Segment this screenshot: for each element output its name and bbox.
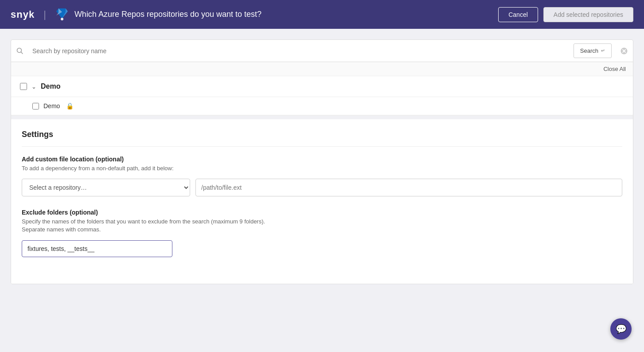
search-icon: [11, 47, 29, 55]
add-selected-button[interactable]: Add selected repositories: [543, 7, 633, 22]
lock-icon: 🔒: [66, 102, 74, 110]
repo-select[interactable]: Select a repository…: [22, 179, 190, 196]
main-content: Search ↵ Close All ⌄ Demo: [0, 29, 644, 352]
search-button[interactable]: Search ↵: [574, 43, 612, 58]
azure-repos-icon: [55, 8, 69, 22]
clear-search-button[interactable]: [615, 47, 633, 55]
group-name-demo: Demo: [41, 82, 60, 90]
repo-group-header: ⌄ Demo: [11, 76, 633, 97]
exclude-folders-setting: Exclude folders (optional) Specify the n…: [22, 209, 622, 257]
chat-icon: 💬: [616, 324, 627, 334]
settings-section: Settings Add custom file location (optio…: [11, 116, 633, 284]
svg-line-2: [21, 52, 23, 54]
search-button-label: Search: [580, 47, 598, 54]
repo-group-demo: ⌄ Demo Demo 🔒: [11, 76, 633, 116]
custom-file-label: Add custom file location (optional): [22, 156, 622, 163]
repo-item-demo: Demo 🔒: [11, 97, 633, 115]
snyk-wordmark: snyk: [11, 9, 35, 20]
exclude-folders-desc: Specify the names of the folders that yo…: [22, 218, 622, 234]
custom-file-setting: Add custom file location (optional) To a…: [22, 156, 622, 196]
cancel-button[interactable]: Cancel: [498, 7, 538, 22]
custom-file-inputs: Select a repository…: [22, 179, 622, 196]
close-all-row: Close All: [11, 62, 633, 76]
chevron-down-icon[interactable]: ⌄: [31, 83, 36, 90]
group-checkbox-demo[interactable]: [20, 83, 27, 90]
custom-file-desc: To add a dependency from a non-default p…: [22, 164, 622, 172]
svg-point-0: [61, 18, 63, 20]
header-title: Which Azure Repos repositories do you wa…: [74, 10, 262, 19]
settings-title: Settings: [22, 130, 622, 147]
search-bar: Search ↵: [11, 40, 633, 62]
close-all-button[interactable]: Close All: [603, 66, 626, 72]
search-input[interactable]: [29, 41, 570, 61]
path-input[interactable]: [195, 179, 622, 196]
repo-checkbox-demo[interactable]: [32, 103, 39, 110]
header-divider: |: [43, 9, 46, 20]
header-left: snyk | Which Azure Repos repositories do…: [11, 8, 262, 22]
exclude-folders-label: Exclude folders (optional): [22, 209, 622, 216]
snyk-logo: snyk: [11, 9, 35, 20]
exclude-folders-input[interactable]: [22, 240, 172, 257]
repo-name-demo: Demo: [43, 102, 60, 110]
content-card: Search ↵ Close All ⌄ Demo: [11, 39, 633, 284]
chat-bubble-button[interactable]: 💬: [610, 318, 632, 340]
header: snyk | Which Azure Repos repositories do…: [0, 0, 644, 29]
enter-icon: ↵: [601, 48, 605, 54]
header-actions: Cancel Add selected repositories: [498, 7, 633, 22]
